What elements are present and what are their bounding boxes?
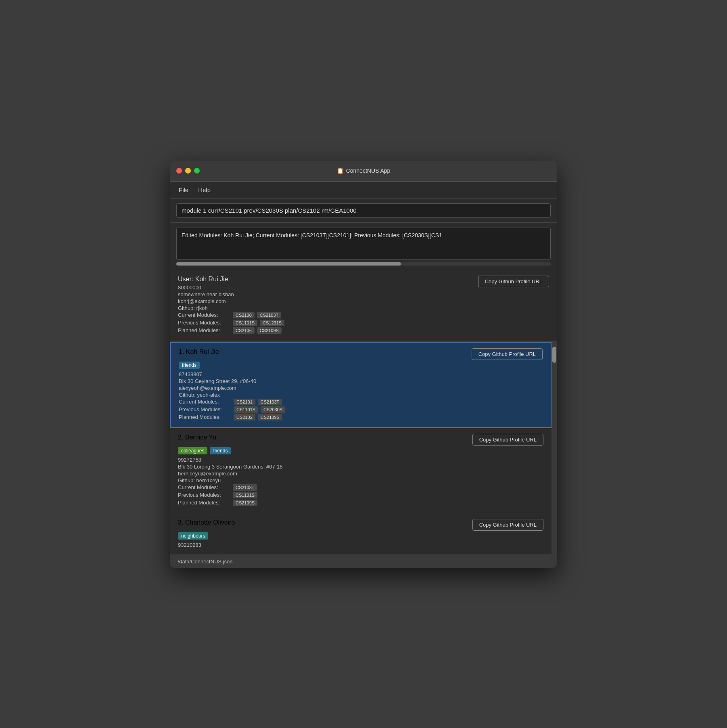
horizontal-scrollbar-track[interactable] (176, 262, 551, 266)
current-user-planned-modules: Planned Modules: CS2106 CS2109S (178, 327, 284, 334)
menu-file[interactable]: File (175, 185, 192, 195)
result-1-current-label: Current Modules: (179, 399, 231, 405)
result-2-email: berniceyu@example.com (178, 471, 543, 477)
result-2-header: 2. Bernice Yu Copy Github Profile URL (178, 434, 543, 446)
result-2-previous-label: Previous Modules: (178, 492, 230, 498)
results-scroll-area: 1. Koh Rui Jie Copy Github Profile URL f… (170, 342, 557, 555)
result-1-header: 1. Koh Rui Jie Copy Github Profile URL (179, 348, 543, 360)
menu-bar: File Help (170, 182, 557, 199)
results-list: 1. Koh Rui Jie Copy Github Profile URL f… (170, 342, 552, 555)
module-badge-cs2109s: CS2109S (257, 327, 282, 334)
result-1-prev-cs2030s: CS2030S (261, 406, 285, 413)
current-user-card: User: Koh Rui Jie 80000000 somewhere nea… (170, 269, 557, 342)
title-bar: 📋 ConnectNUS App (170, 161, 557, 182)
app-icon: 📋 (337, 167, 344, 174)
result-1-name: 1. Koh Rui Jie (179, 348, 219, 356)
status-bar: ./data/ConnectNUS.json (170, 555, 557, 568)
result-2-current-modules: Current Modules: CS2103T (178, 484, 543, 491)
result-3-tags: neighbours (178, 532, 543, 540)
result-2-phone: 99272758 (178, 457, 543, 463)
result-3-number: 3. (178, 519, 183, 526)
horizontal-scrollbar-thumb[interactable] (176, 262, 401, 266)
app-window: 📋 ConnectNUS App File Help Edited Module… (170, 161, 557, 568)
result-2-tags: colleagues friends (178, 447, 543, 454)
result-1-copy-btn[interactable]: Copy Github Profile URL (472, 348, 543, 360)
result-2-previous-modules: Previous Modules: CS1101S (178, 492, 543, 498)
result-1-tags: friends (179, 362, 543, 369)
result-3-name: 3. Charlotte Oliveiro (178, 519, 235, 526)
result-1-name-value: Koh Rui Jie (186, 348, 219, 355)
planned-modules-label: Planned Modules: (178, 327, 230, 333)
result-1-planned-label: Planned Modules: (179, 414, 231, 420)
command-section (170, 199, 557, 223)
user-label: User: (178, 276, 193, 282)
minimize-button[interactable] (185, 168, 191, 174)
github-value: rjkoh (196, 305, 208, 311)
result-2-planned-modules: Planned Modules: CS2109S (178, 500, 543, 506)
result-item-2[interactable]: 2. Bernice Yu Copy Github Profile URL co… (170, 428, 552, 513)
command-input[interactable] (176, 203, 551, 218)
result-3-copy-btn[interactable]: Copy Github Profile URL (472, 519, 543, 531)
result-2-github-label: Github: (178, 477, 195, 483)
traffic-lights (176, 168, 200, 174)
result-item-3[interactable]: 3. Charlotte Oliveiro Copy Github Profil… (170, 513, 552, 555)
menu-help[interactable]: Help (194, 185, 215, 195)
module-badge-cs1231s: CS1231S (260, 320, 284, 326)
result-1-planned-modules: Planned Modules: CS2102 CS2109S (179, 414, 543, 420)
result-2-mod-cs2103t: CS2103T (233, 484, 257, 491)
current-user-info: User: Koh Rui Jie 80000000 somewhere nea… (178, 276, 284, 335)
previous-modules-label: Previous Modules: (178, 320, 230, 326)
result-2-github-value: bern1ceyu (196, 477, 221, 483)
result-2-address: Blk 30 Lorong 3 Serangoon Gardens, #07-1… (178, 464, 543, 470)
current-user-email: kohrj@example.com (178, 298, 284, 304)
current-user-phone: 80000000 (178, 285, 284, 291)
result-1-tag-friends: friends (179, 362, 200, 369)
result-2-prev-cs1101s: CS1101S (233, 492, 257, 498)
app-title-text: ConnectNUS App (346, 167, 391, 174)
result-1-current-modules: Current Modules: CS2101 CS2103T (179, 399, 543, 405)
result-2-planned-label: Planned Modules: (178, 500, 230, 506)
current-modules-label: Current Modules: (178, 312, 230, 318)
result-1-github-value: yeoh-alex (197, 392, 220, 398)
result-2-copy-btn[interactable]: Copy Github Profile URL (472, 434, 543, 446)
result-1-mod-cs2103t: CS2103T (258, 399, 282, 405)
result-1-github-label: Github: (179, 392, 196, 398)
result-3-tag-neighbours: neighbours (178, 532, 208, 540)
result-1-plan-cs2102: CS2102 (234, 414, 255, 420)
result-2-number: 2. (178, 434, 183, 441)
vertical-scrollbar-thumb[interactable] (552, 347, 556, 363)
result-1-previous-modules: Previous Modules: CS1101S CS2030S (179, 406, 543, 413)
result-1-previous-label: Previous Modules: (179, 406, 231, 412)
module-badge-cs2100: CS2100 (233, 312, 255, 318)
app-title: 📋 ConnectNUS App (337, 167, 391, 174)
result-2-name: 2. Bernice Yu (178, 434, 216, 441)
result-1-phone: 87438807 (179, 371, 543, 377)
module-badge-cs2106: CS2106 (233, 327, 255, 334)
result-1-number: 1. (179, 348, 184, 355)
result-1-plan-cs2109s: CS2109S (258, 414, 282, 420)
current-user-current-modules: Current Modules: CS2100 CS2103T (178, 312, 284, 318)
current-user-name: User: Koh Rui Jie (178, 276, 284, 283)
result-3-phone: 93210283 (178, 542, 543, 548)
current-user-header: User: Koh Rui Jie 80000000 somewhere nea… (178, 276, 549, 335)
result-1-address: Blk 30 Geylang Street 29, #06-40 (179, 378, 543, 384)
current-user-previous-modules: Previous Modules: CS1101S CS1231S (178, 320, 284, 326)
output-section: Edited Modules: Koh Rui Jie; Current Mod… (170, 223, 557, 269)
current-user-name-value: Koh Rui Jie (195, 276, 228, 282)
result-1-prev-cs1101s: CS1101S (234, 406, 258, 413)
current-user-copy-btn[interactable]: Copy Github Profile URL (478, 276, 549, 287)
module-badge-cs1101s: CS1101S (233, 320, 257, 326)
result-2-tag-friends: friends (210, 447, 231, 454)
result-2-name-value: Bernice Yu (185, 434, 216, 441)
result-3-header: 3. Charlotte Oliveiro Copy Github Profil… (178, 519, 543, 531)
result-item-1[interactable]: 1. Koh Rui Jie Copy Github Profile URL f… (170, 342, 552, 428)
github-label: Github: (178, 305, 195, 311)
vertical-scrollbar[interactable] (552, 342, 557, 555)
result-2-current-label: Current Modules: (178, 484, 230, 490)
current-user-address: somewhere near bishan (178, 291, 284, 297)
module-badge-cs2103t: CS2103T (257, 312, 281, 318)
close-button[interactable] (176, 168, 182, 174)
result-1-email: alexyeoh@example.com (179, 385, 543, 391)
maximize-button[interactable] (194, 168, 200, 174)
status-text: ./data/ConnectNUS.json (176, 559, 232, 565)
